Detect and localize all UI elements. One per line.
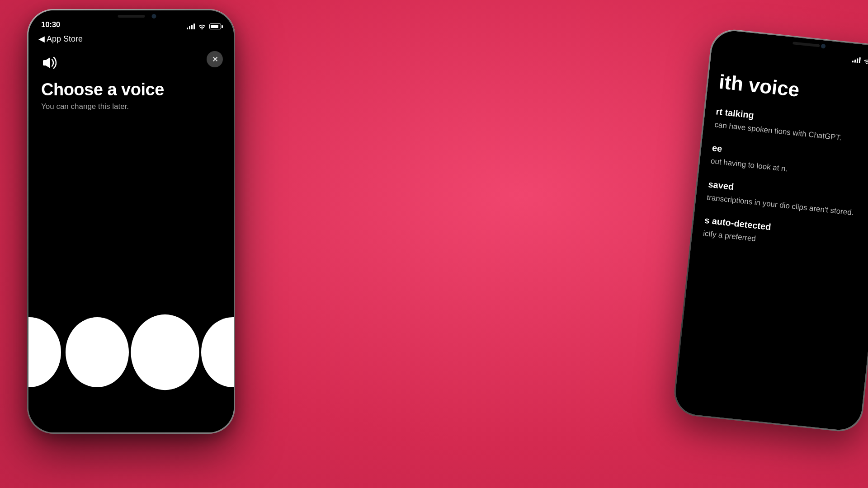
phone-front: 10:30 — [27, 9, 235, 434]
signal-icon-back — [852, 57, 861, 63]
modal-subtitle: You can change this later. — [41, 102, 221, 111]
camera-front — [152, 14, 156, 19]
back-section-1: rt talking can have spoken tions with Ch… — [714, 106, 868, 147]
back-section-4: s auto-detected icify a preferred — [703, 215, 868, 256]
battery-icon-front — [209, 23, 221, 29]
camera-back — [821, 44, 826, 49]
screen-content: ✕ Choose a voice You can change this lat… — [28, 10, 234, 432]
back-section-2: ee out having to look at n. — [710, 143, 868, 184]
modal-title: Choose a voice — [41, 80, 221, 99]
notch-front — [96, 10, 166, 25]
back-title: ith voice — [718, 70, 868, 110]
signal-icon-front — [187, 24, 195, 29]
voice-circle-2[interactable] — [66, 317, 129, 387]
back-navigation[interactable]: ◀ App Store — [38, 34, 83, 44]
close-button[interactable]: ✕ — [207, 51, 223, 67]
status-time: 10:30 — [41, 20, 60, 29]
speaker-front — [118, 15, 145, 18]
back-section-3: saved transcriptions in your dio clips a… — [706, 179, 868, 220]
volume-icon — [41, 56, 221, 73]
wifi-icon-front — [198, 23, 206, 29]
modal-header: Choose a voice You can change this later… — [28, 47, 234, 111]
voice-circle-1[interactable] — [28, 317, 61, 387]
voice-circles-container — [28, 317, 234, 387]
back-arrow-icon: ◀ — [38, 34, 45, 44]
speaker-back — [793, 42, 820, 47]
close-icon: ✕ — [212, 55, 218, 64]
voice-circle-3[interactable] — [131, 314, 199, 390]
voice-circle-4[interactable] — [201, 317, 234, 387]
back-label: App Store — [47, 34, 83, 44]
wifi-icon-back — [863, 58, 868, 64]
